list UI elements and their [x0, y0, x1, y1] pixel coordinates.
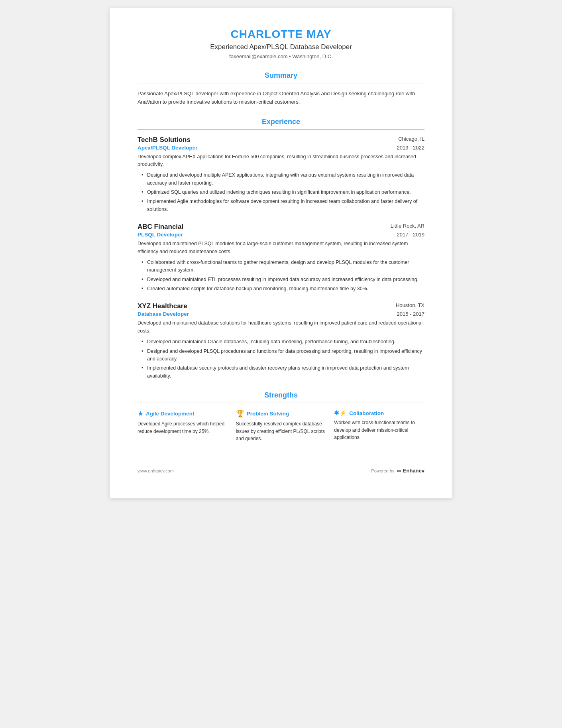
strength-icon-0: ★ [138, 409, 143, 418]
job-role-row-0: Apex/PLSQL Developer 2019 - 2022 [138, 145, 424, 151]
candidate-title: Experienced Apex/PLSQL Database Develope… [138, 43, 424, 51]
experience-header-1: ABC Financial Little Rock, AR [138, 223, 424, 231]
summary-title: Summary [138, 71, 424, 80]
job-dates-0: 2019 - 2022 [397, 145, 424, 151]
job-dates-2: 2015 - 2017 [397, 311, 424, 317]
strength-title-0: Agile Development [146, 411, 195, 417]
footer: www.enhancv.com Powered by ∞ Enhancv [138, 462, 424, 474]
candidate-name: CHARLOTTE MAY [138, 28, 424, 41]
job-description-0: Developed complex APEX applications for … [138, 153, 424, 169]
company-name-0: TechB Solutions [138, 136, 191, 144]
bullet-1-1: Developed and maintained ETL processes r… [141, 276, 424, 283]
brand-name: Enhancv [403, 468, 424, 474]
job-dates-1: 2017 - 2019 [397, 232, 424, 238]
job-title-1: PLSQL Developer [138, 232, 183, 238]
experience-header-0: TechB Solutions Chicago, IL [138, 136, 424, 144]
location-2: Houston, TX [396, 302, 424, 308]
strengths-title: Strengths [138, 391, 424, 399]
bullet-list-2: Developed and maintained Oracle database… [138, 338, 424, 380]
footer-powered: Powered by ∞ Enhancv [371, 467, 424, 474]
experience-entry-2: XYZ Healthcare Houston, TX Database Deve… [138, 302, 424, 380]
job-role-row-1: PLSQL Developer 2017 - 2019 [138, 232, 424, 238]
strength-desc-0: Developed Agile processes which helped r… [138, 420, 228, 435]
summary-section: Summary Passionate Apex/PLSQL developer … [138, 71, 424, 106]
bullet-2-1: Designed and developed PLSQL procedures … [141, 348, 424, 363]
strength-title-1: Problem Solving [247, 411, 289, 417]
company-name-2: XYZ Healthcare [138, 302, 187, 310]
experience-title: Experience [138, 118, 424, 126]
header: CHARLOTTE MAY Experienced Apex/PLSQL Dat… [138, 28, 424, 59]
experience-section: Experience TechB Solutions Chicago, IL A… [138, 118, 424, 380]
bullet-list-0: Designed and developed multiple APEX app… [138, 171, 424, 213]
strengths-grid: ★ Agile Development Developed Agile proc… [138, 409, 424, 443]
bullet-0-0: Designed and developed multiple APEX app… [141, 171, 424, 187]
experience-entry-1: ABC Financial Little Rock, AR PLSQL Deve… [138, 223, 424, 293]
experience-header-2: XYZ Healthcare Houston, TX [138, 302, 424, 310]
location-0: Chicago, IL [398, 136, 424, 142]
bullet-1-2: Created automated scripts for database b… [141, 285, 424, 293]
contact-info: fakeemail@example.com • Washington, D.C. [138, 53, 424, 59]
bullet-2-2: Implemented database security protocols … [141, 364, 424, 380]
enhancv-icon: ∞ [397, 467, 401, 474]
strengths-divider [138, 403, 424, 403]
strength-title-row-1: 🏆 Problem Solving [236, 409, 326, 418]
job-description-1: Developed and maintained PLSQL modules f… [138, 240, 424, 256]
company-name-1: ABC Financial [138, 223, 183, 231]
strength-item-1: 🏆 Problem Solving Successfully resolved … [236, 409, 326, 443]
job-description-2: Developed and maintained database soluti… [138, 319, 424, 335]
bullet-list-1: Collaborated with cross-functional teams… [138, 259, 424, 293]
bullet-2-0: Developed and maintained Oracle database… [141, 338, 424, 346]
job-title-2: Database Developer [138, 311, 189, 317]
location-1: Little Rock, AR [391, 223, 424, 229]
job-role-row-2: Database Developer 2015 - 2017 [138, 311, 424, 317]
experience-entry-0: TechB Solutions Chicago, IL Apex/PLSQL D… [138, 136, 424, 214]
enhancv-logo: ∞ Enhancv [397, 467, 424, 474]
strength-icon-2: ✱⚡ [334, 409, 347, 417]
summary-divider [138, 83, 424, 83]
powered-by-label: Powered by [371, 468, 394, 473]
job-title-0: Apex/PLSQL Developer [138, 145, 198, 151]
bullet-0-1: Optimized SQL queries and utilized index… [141, 189, 424, 196]
strength-title-2: Collaboration [349, 410, 384, 416]
footer-website: www.enhancv.com [138, 468, 174, 473]
bullet-0-2: Implemented Agile methodologies for soft… [141, 198, 424, 213]
resume-page: CHARLOTTE MAY Experienced Apex/PLSQL Dat… [110, 8, 452, 498]
strength-item-0: ★ Agile Development Developed Agile proc… [138, 409, 228, 443]
strength-desc-2: Worked with cross-functional teams to de… [334, 419, 424, 441]
strength-item-2: ✱⚡ Collaboration Worked with cross-funct… [334, 409, 424, 443]
strength-desc-1: Successfully resolved complex database i… [236, 420, 326, 443]
summary-text: Passionate Apex/PLSQL developer with exp… [138, 90, 424, 106]
strength-title-row-0: ★ Agile Development [138, 409, 228, 418]
strengths-section: Strengths ★ Agile Development Developed … [138, 391, 424, 443]
strength-icon-1: 🏆 [236, 409, 244, 418]
bullet-1-0: Collaborated with cross-functional teams… [141, 259, 424, 274]
experience-divider [138, 129, 424, 130]
strength-title-row-2: ✱⚡ Collaboration [334, 409, 424, 417]
